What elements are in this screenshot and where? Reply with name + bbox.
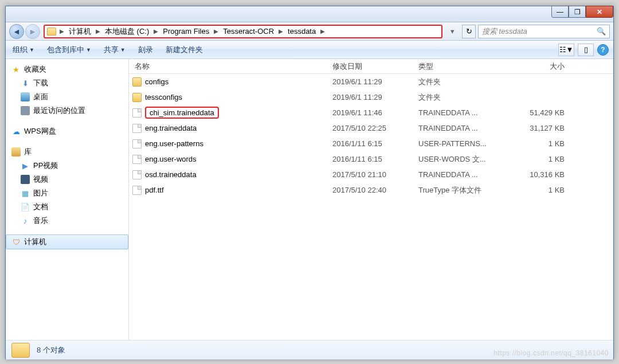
breadcrumb-segment[interactable]: 本地磁盘 (C:) [101, 26, 152, 37]
file-name: eng.user-patterns [145, 139, 203, 148]
chevron-down-icon: ▼ [120, 47, 126, 53]
watermark: https://blog.csdn.net/qq_38161040 [493, 349, 609, 357]
forward-button[interactable]: ► [25, 24, 40, 39]
file-icon [132, 170, 142, 179]
sidebar-wps: ☁WPS网盘 [6, 124, 128, 138]
sidebar-icon: ▦ [21, 189, 30, 198]
sidebar-item[interactable]: ⬇下载 [6, 76, 128, 90]
file-name: chi_sim.traineddata [145, 107, 219, 119]
chevron-right-icon[interactable]: ▶ [95, 28, 101, 34]
file-row[interactable]: tessconfigs2019/6/1 11:29文件夹 [129, 89, 613, 105]
sidebar-item[interactable]: ♪音乐 [6, 214, 128, 228]
file-row[interactable]: osd.traineddata2017/5/10 21:10TRAINEDDAT… [129, 167, 613, 182]
folder-icon [11, 343, 30, 358]
share-label: 共享 [104, 45, 119, 55]
file-icon [132, 139, 142, 148]
minimize-button[interactable]: — [551, 6, 569, 18]
nav-buttons: ◄ ► [9, 24, 40, 39]
file-row[interactable]: configs2019/6/1 11:29文件夹 [129, 74, 613, 89]
address-bar: ◄ ► ▶ 计算机▶本地磁盘 (C:)▶Program Files▶Tesser… [6, 22, 613, 41]
search-icon[interactable]: 🔍 [597, 27, 606, 36]
sidebar-item[interactable]: 视频 [6, 173, 128, 186]
sidebar-item[interactable]: ▶PP视频 [6, 159, 128, 173]
file-name: eng.traineddata [145, 124, 197, 132]
file-row[interactable]: eng.user-patterns2016/1/11 6:15USER-PATT… [129, 136, 613, 151]
sidebar-item-label: 桌面 [33, 92, 48, 102]
file-row[interactable]: pdf.ttf2017/5/10 22:40TrueType 字体文件1 KB [129, 182, 613, 198]
file-date: 2017/5/10 22:40 [327, 186, 413, 194]
sidebar-icon [21, 175, 30, 184]
sidebar-item-favorites[interactable]: ★收藏夹 [6, 62, 128, 76]
file-date: 2017/5/10 22:25 [327, 124, 413, 132]
burn-button[interactable]: 刻录 [136, 43, 155, 57]
burn-label: 刻录 [138, 45, 153, 55]
file-icon [132, 155, 142, 164]
sidebar-item[interactable]: 📄文档 [6, 200, 128, 214]
file-type: TRAINEDDATA ... [413, 124, 502, 132]
include-label: 包含到库中 [47, 45, 84, 55]
sidebar[interactable]: ★收藏夹 ⬇下载桌面最近访问的位置 ☁WPS网盘 库 ▶PP视频视频▦图片📄文档… [6, 59, 129, 340]
chevron-right-icon[interactable]: ▶ [213, 28, 220, 34]
file-list[interactable]: 名称 修改日期 类型 大小 configs2019/6/1 11:29文件夹te… [129, 59, 613, 340]
sidebar-library: 库 ▶PP视频视频▦图片📄文档♪音乐 [6, 145, 128, 228]
organize-menu[interactable]: 组织▼ [10, 43, 37, 57]
breadcrumb[interactable]: ▶ 计算机▶本地磁盘 (C:)▶Program Files▶Tesseract-… [44, 25, 442, 38]
computer-icon: 🛡 [11, 237, 21, 246]
toolbar-right: ☷ ▼ ▯ ? [558, 44, 609, 56]
sidebar-item[interactable]: 最近访问的位置 [6, 104, 128, 118]
file-row[interactable]: eng.traineddata2017/5/10 22:25TRAINEDDAT… [129, 120, 613, 136]
chevron-down-icon: ▼ [566, 45, 574, 54]
breadcrumb-segment[interactable]: 计算机 [65, 26, 95, 37]
back-button[interactable]: ◄ [9, 24, 24, 39]
search-placeholder: 搜索 tessdata [482, 26, 527, 37]
file-type: TrueType 字体文件 [413, 185, 502, 195]
body-area: ★收藏夹 ⬇下载桌面最近访问的位置 ☁WPS网盘 库 ▶PP视频视频▦图片📄文档… [6, 59, 613, 340]
file-date: 2016/1/11 6:15 [327, 155, 413, 163]
file-icon [132, 108, 142, 118]
sidebar-item[interactable]: 桌面 [6, 90, 128, 104]
column-size[interactable]: 大小 [502, 61, 570, 72]
sidebar-item-label: 下载 [33, 78, 48, 88]
new-folder-button[interactable]: 新建文件夹 [163, 43, 205, 57]
folder-icon [47, 28, 56, 36]
include-menu[interactable]: 包含到库中▼ [45, 43, 93, 57]
chevron-right-icon[interactable]: ▶ [319, 28, 326, 34]
refresh-button[interactable]: ↻ [462, 25, 476, 38]
chevron-right-icon[interactable]: ▶ [152, 28, 159, 34]
file-type: TRAINEDDATA ... [413, 108, 502, 117]
column-type[interactable]: 类型 [413, 61, 502, 72]
sidebar-item[interactable]: ▦图片 [6, 186, 128, 200]
chevron-right-icon[interactable]: ▶ [58, 28, 65, 34]
file-type: 文件夹 [413, 92, 502, 103]
file-size: 1 KB [502, 155, 570, 163]
preview-pane-button[interactable]: ▯ [578, 44, 594, 56]
close-button[interactable]: ✕ [586, 6, 613, 18]
breadcrumb-segment[interactable]: Tesseract-OCR [220, 26, 277, 37]
breadcrumb-segment[interactable]: tessdata [284, 26, 319, 37]
sidebar-item-library[interactable]: 库 [6, 145, 128, 159]
window-controls: — ❐ ✕ [551, 6, 613, 18]
help-button[interactable]: ? [597, 44, 609, 56]
address-dropdown[interactable]: ▾ [445, 27, 460, 36]
column-name[interactable]: 名称 [129, 61, 327, 72]
column-date[interactable]: 修改日期 [327, 61, 413, 72]
file-row[interactable]: chi_sim.traineddata2019/6/1 11:46TRAINED… [129, 105, 613, 120]
chevron-right-icon[interactable]: ▶ [277, 28, 284, 34]
sidebar-icon: ⬇ [21, 79, 30, 88]
breadcrumb-segment[interactable]: Program Files [159, 26, 213, 37]
file-name: pdf.ttf [145, 186, 164, 194]
sidebar-favorites: ★收藏夹 ⬇下载桌面最近访问的位置 [6, 62, 128, 118]
titlebar[interactable]: — ❐ ✕ [6, 6, 613, 22]
sidebar-item-computer[interactable]: 🛡计算机 [6, 234, 128, 249]
sidebar-item-wps[interactable]: ☁WPS网盘 [6, 124, 128, 138]
view-options-button[interactable]: ☷ ▼ [558, 44, 574, 56]
file-row[interactable]: eng.user-words2016/1/11 6:15USER-WORDS 文… [129, 151, 613, 167]
file-type: 文件夹 [413, 77, 502, 87]
file-icon [132, 186, 142, 195]
share-menu[interactable]: 共享▼ [101, 43, 128, 57]
search-input[interactable]: 搜索 tessdata 🔍 [478, 25, 610, 38]
file-name: osd.traineddata [145, 170, 197, 179]
maximize-button[interactable]: ❐ [569, 6, 586, 18]
chevron-down-icon: ▼ [86, 47, 91, 53]
file-type: USER-WORDS 文... [413, 154, 502, 165]
